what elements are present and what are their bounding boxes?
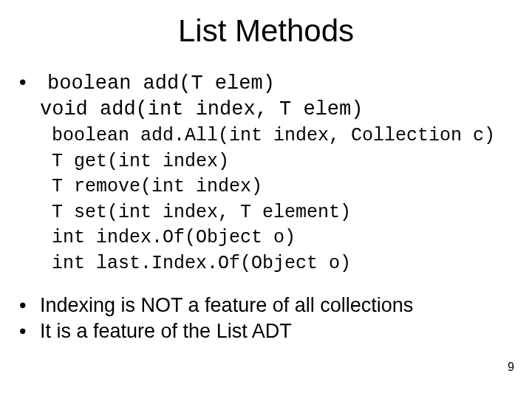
list-item: It is a feature of the List ADT xyxy=(15,318,517,344)
code-line: T get(int index) xyxy=(52,149,517,175)
bullet-text: Indexing is NOT a feature of all collect… xyxy=(40,294,413,316)
code-line: int index.Of(Object o) xyxy=(52,225,517,251)
list-item: boolean add(T elem) xyxy=(15,69,517,97)
code-line: T remove(int index) xyxy=(52,174,517,200)
code-line: boolean add(T elem) xyxy=(47,72,275,95)
bullet-text: It is a feature of the List ADT xyxy=(40,320,292,342)
spacer xyxy=(15,276,517,284)
code-line: int last.Index.Of(Object o) xyxy=(52,251,517,277)
code-line: T set(int index, T element) xyxy=(52,200,517,226)
bullet-list-top: boolean add(T elem) xyxy=(15,69,517,97)
code-line: boolean add.All(int index, Collection c) xyxy=(52,123,517,149)
code-line: void add(int index, T elem) xyxy=(40,97,517,123)
bullet-list-bottom: Indexing is NOT a feature of all collect… xyxy=(15,293,517,344)
page-number: 9 xyxy=(508,361,514,374)
page-title: List Methods xyxy=(15,13,517,49)
code-block: boolean add.All(int index, Collection c)… xyxy=(52,123,517,276)
list-item: Indexing is NOT a feature of all collect… xyxy=(15,293,517,318)
slide: List Methods boolean add(T elem) void ad… xyxy=(0,0,532,399)
